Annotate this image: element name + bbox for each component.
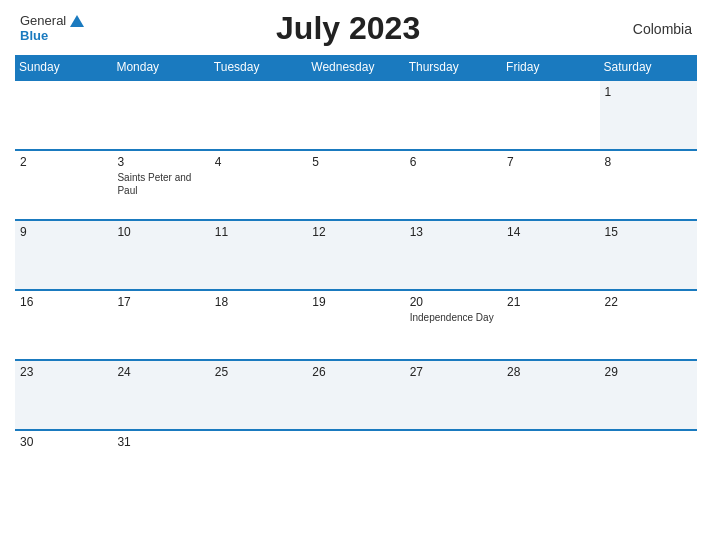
event-label: Saints Peter and Paul bbox=[117, 171, 204, 197]
day-number: 18 bbox=[215, 295, 302, 309]
day-number: 23 bbox=[20, 365, 107, 379]
day-number: 13 bbox=[410, 225, 497, 239]
table-row: 13 bbox=[405, 220, 502, 290]
col-saturday: Saturday bbox=[600, 55, 697, 80]
table-row bbox=[502, 430, 599, 500]
day-number: 4 bbox=[215, 155, 302, 169]
table-row: 5 bbox=[307, 150, 404, 220]
table-row bbox=[405, 430, 502, 500]
day-number: 29 bbox=[605, 365, 692, 379]
table-row: 29 bbox=[600, 360, 697, 430]
table-row: 31 bbox=[112, 430, 209, 500]
logo-triangle-icon bbox=[70, 15, 84, 27]
calendar-table: Sunday Monday Tuesday Wednesday Thursday… bbox=[15, 55, 697, 500]
day-number: 6 bbox=[410, 155, 497, 169]
day-number: 20 bbox=[410, 295, 497, 309]
country-label: Colombia bbox=[612, 21, 692, 37]
table-row: 9 bbox=[15, 220, 112, 290]
day-number: 28 bbox=[507, 365, 594, 379]
day-number: 5 bbox=[312, 155, 399, 169]
logo: General Blue bbox=[20, 14, 84, 43]
day-number: 22 bbox=[605, 295, 692, 309]
table-row: 12 bbox=[307, 220, 404, 290]
day-number: 19 bbox=[312, 295, 399, 309]
table-row: 19 bbox=[307, 290, 404, 360]
day-number: 12 bbox=[312, 225, 399, 239]
day-number: 1 bbox=[605, 85, 692, 99]
table-row: 22 bbox=[600, 290, 697, 360]
day-number: 14 bbox=[507, 225, 594, 239]
table-row: 20Independence Day bbox=[405, 290, 502, 360]
day-number: 16 bbox=[20, 295, 107, 309]
day-number: 17 bbox=[117, 295, 204, 309]
day-number: 3 bbox=[117, 155, 204, 169]
day-number: 24 bbox=[117, 365, 204, 379]
table-row: 25 bbox=[210, 360, 307, 430]
day-number: 26 bbox=[312, 365, 399, 379]
col-sunday: Sunday bbox=[15, 55, 112, 80]
table-row bbox=[502, 80, 599, 150]
table-row: 17 bbox=[112, 290, 209, 360]
table-row: 23 bbox=[15, 360, 112, 430]
table-row: 24 bbox=[112, 360, 209, 430]
col-monday: Monday bbox=[112, 55, 209, 80]
table-row: 30 bbox=[15, 430, 112, 500]
table-row: 16 bbox=[15, 290, 112, 360]
table-row: 18 bbox=[210, 290, 307, 360]
table-row bbox=[15, 80, 112, 150]
calendar-body: 123Saints Peter and Paul4567891011121314… bbox=[15, 80, 697, 500]
day-number: 2 bbox=[20, 155, 107, 169]
logo-blue: Blue bbox=[20, 29, 48, 43]
calendar-header-row: Sunday Monday Tuesday Wednesday Thursday… bbox=[15, 55, 697, 80]
table-row bbox=[600, 430, 697, 500]
table-row: 28 bbox=[502, 360, 599, 430]
table-row: 7 bbox=[502, 150, 599, 220]
col-thursday: Thursday bbox=[405, 55, 502, 80]
day-number: 30 bbox=[20, 435, 107, 449]
day-number: 9 bbox=[20, 225, 107, 239]
table-row bbox=[307, 80, 404, 150]
day-number: 25 bbox=[215, 365, 302, 379]
day-number: 31 bbox=[117, 435, 204, 449]
day-number: 11 bbox=[215, 225, 302, 239]
table-row: 3Saints Peter and Paul bbox=[112, 150, 209, 220]
table-row bbox=[112, 80, 209, 150]
table-row: 8 bbox=[600, 150, 697, 220]
table-row: 26 bbox=[307, 360, 404, 430]
logo-general: General bbox=[20, 14, 66, 28]
table-row: 6 bbox=[405, 150, 502, 220]
day-number: 15 bbox=[605, 225, 692, 239]
table-row: 10 bbox=[112, 220, 209, 290]
table-row bbox=[210, 430, 307, 500]
day-number: 7 bbox=[507, 155, 594, 169]
day-number: 8 bbox=[605, 155, 692, 169]
day-number: 21 bbox=[507, 295, 594, 309]
table-row bbox=[405, 80, 502, 150]
col-wednesday: Wednesday bbox=[307, 55, 404, 80]
calendar-header: General Blue July 2023 Colombia bbox=[15, 10, 697, 47]
day-number: 27 bbox=[410, 365, 497, 379]
table-row bbox=[210, 80, 307, 150]
table-row: 1 bbox=[600, 80, 697, 150]
table-row: 21 bbox=[502, 290, 599, 360]
col-friday: Friday bbox=[502, 55, 599, 80]
table-row: 15 bbox=[600, 220, 697, 290]
col-tuesday: Tuesday bbox=[210, 55, 307, 80]
table-row bbox=[307, 430, 404, 500]
day-number: 10 bbox=[117, 225, 204, 239]
table-row: 11 bbox=[210, 220, 307, 290]
table-row: 4 bbox=[210, 150, 307, 220]
table-row: 27 bbox=[405, 360, 502, 430]
month-title: July 2023 bbox=[84, 10, 612, 47]
table-row: 2 bbox=[15, 150, 112, 220]
calendar-container: General Blue July 2023 Colombia Sunday M… bbox=[0, 0, 712, 550]
event-label: Independence Day bbox=[410, 311, 497, 324]
table-row: 14 bbox=[502, 220, 599, 290]
